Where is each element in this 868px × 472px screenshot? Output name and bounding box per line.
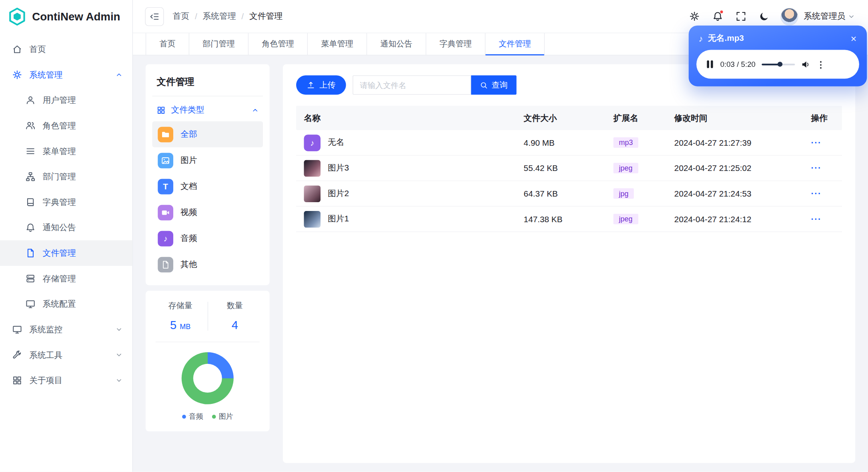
legend-dot [182,414,186,418]
legend-label: 图片 [219,412,233,422]
tab-label: 文件管理 [499,39,531,49]
file-name: 无名 [328,137,344,148]
file-type-other[interactable]: 其他 [152,251,263,277]
sidebar: ContiNew Admin 首页 系统管理 用户管理 角色管理 [0,0,133,472]
file-thumbnail [304,160,320,176]
avatar[interactable] [780,8,798,25]
folder-icon [158,127,173,142]
row-actions-button[interactable]: ··· [811,189,822,198]
sidebar-item-files[interactable]: 文件管理 [0,240,132,266]
column-header: 文件大小 [518,112,608,123]
file-type-label: 全部 [180,129,197,139]
legend-label: 音频 [189,412,203,422]
breadcrumb-item[interactable]: 系统管理 [203,11,236,22]
sidebar-item-system-management[interactable]: 系统管理 [0,62,132,88]
file-type-label: 其他 [180,259,197,269]
app-root: ContiNew Admin 首页 系统管理 用户管理 角色管理 [0,0,868,472]
tab-menus[interactable]: 菜单管理 [308,33,367,55]
notifications-button[interactable] [708,6,728,26]
upload-button[interactable]: 上传 [296,75,346,94]
tab-notices[interactable]: 通知公告 [367,33,426,55]
sidebar-item-menus[interactable]: 菜单管理 [0,139,132,164]
fullscreen-icon [736,11,746,22]
menu-fold-icon [149,11,159,21]
tab-departments[interactable]: 部门管理 [189,33,249,55]
file-ext-cell: jpg [608,188,669,199]
sidebar-item-label: 字典管理 [43,197,122,207]
table-row[interactable]: 图片1 147.38 KB jpeg 2024-04-27 21:24:12 ·… [296,207,842,232]
row-actions-button[interactable]: ··· [811,138,822,147]
sidebar-item-departments[interactable]: 部门管理 [0,164,132,189]
sidebar-item-label: 系统配置 [43,299,122,309]
tab-roles[interactable]: 角色管理 [249,33,308,55]
app-logo[interactable]: ContiNew Admin [0,0,132,33]
sidebar-item-about-project[interactable]: 关于项目 [0,368,132,394]
file-type-group-toggle[interactable]: 文件类型 [152,96,263,121]
sidebar-item-system-monitor[interactable]: 系统监控 [0,317,132,342]
sidebar-item-label: 存储管理 [43,273,122,284]
file-type-all[interactable]: 全部 [152,121,263,147]
file-ext-cell: jpeg [608,163,669,173]
file-ext-cell: jpeg [608,214,669,224]
sidebar-item-notices[interactable]: 通知公告 [0,215,132,241]
table-header-row: 名称 文件大小 扩展名 修改时间 操作 [296,106,842,130]
book-icon [26,197,36,207]
more-options-button[interactable]: ⋮ [816,59,825,69]
wrench-icon [12,350,22,360]
sidebar-item-storage[interactable]: 存储管理 [0,266,132,291]
fullscreen-button[interactable] [731,6,751,26]
tab-label: 角色管理 [262,39,294,49]
sidebar-item-label: 角色管理 [43,121,122,131]
logo-icon [8,7,26,26]
row-actions-button[interactable]: ··· [811,214,822,224]
sidebar-item-dictionaries[interactable]: 字典管理 [0,189,132,215]
count-stat-value: 4 [208,318,262,331]
file-type-images[interactable]: 图片 [152,147,263,173]
sidebar-collapse-button[interactable] [145,7,164,26]
table-row[interactable]: 图片2 64.37 KB jpg 2024-04-27 21:24:53 ··· [296,181,842,207]
row-actions-button[interactable]: ··· [811,163,822,173]
file-modified-time: 2024-04-27 21:24:53 [669,189,806,199]
file-name: 图片3 [328,163,349,173]
file-type-videos[interactable]: 视频 [152,199,263,225]
dark-mode-button[interactable] [754,6,774,26]
file-modified-time: 2024-04-27 21:27:39 [669,138,806,147]
sidebar-menu: 首页 系统管理 用户管理 角色管理 菜单管理 [0,33,132,472]
document-icon [26,248,36,258]
sidebar-item-system-tools[interactable]: 系统工具 [0,342,132,368]
sidebar-item-users[interactable]: 用户管理 [0,88,132,113]
sidebar-item-label: 系统管理 [29,70,108,80]
breadcrumb-item-current: 文件管理 [249,11,283,22]
tab-home[interactable]: 首页 [146,33,189,55]
table-row[interactable]: 图片3 55.42 KB jpeg 2024-04-27 21:25:02 ··… [296,156,842,181]
sidebar-item-config[interactable]: 系统配置 [0,291,132,317]
storage-icon [26,273,36,283]
tab-files[interactable]: 文件管理 [485,33,545,55]
search-input[interactable] [353,75,471,94]
query-button[interactable]: 查询 [471,75,516,94]
ext-tag: mp3 [613,137,639,148]
sidebar-item-roles[interactable]: 角色管理 [0,113,132,139]
monitor-icon [12,325,22,335]
file-type-audio[interactable]: ♪ 音频 [152,225,263,251]
tab-dictionaries[interactable]: 字典管理 [426,33,485,55]
file-name-cell: 图片2 [296,185,518,202]
volume-button[interactable] [801,60,810,69]
column-header: 操作 [806,112,842,123]
breadcrumb-item[interactable]: 首页 [173,11,189,22]
file-name: 图片2 [328,188,349,199]
tab-label: 首页 [159,39,175,49]
row-actions-cell: ··· [806,189,842,199]
legend-dot [212,414,216,418]
close-icon[interactable]: ✕ [850,34,857,43]
player-progress-thumb[interactable] [778,62,782,66]
progress-slider[interactable] [762,63,795,65]
settings-button[interactable] [684,6,704,26]
user-menu[interactable]: 系统管理员 [802,11,857,22]
sidebar-item-home[interactable]: 首页 [0,36,132,62]
breadcrumb-separator: / [241,12,244,21]
pause-button[interactable] [706,59,714,69]
file-type-documents[interactable]: T 文档 [152,173,263,199]
table-row[interactable]: ♪ 无名 4.90 MB mp3 2024-04-27 21:27:39 ··· [296,130,842,156]
sidebar-item-label: 系统监控 [29,324,108,335]
